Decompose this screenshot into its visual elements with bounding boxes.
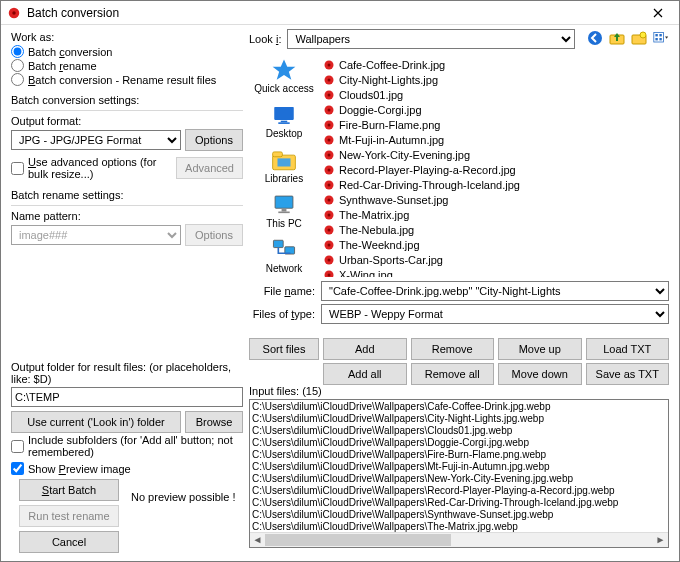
cancel-button[interactable]: Cancel	[19, 531, 119, 553]
include-subfolders-input[interactable]	[11, 440, 24, 453]
svg-point-45	[328, 213, 331, 216]
view-menu-icon[interactable]	[653, 30, 669, 48]
svg-point-39	[328, 168, 331, 171]
radio-batch-rename[interactable]: Batch rename	[11, 59, 243, 72]
file-item[interactable]: Cafe-Coffee-Drink.jpg	[323, 57, 665, 72]
input-file-path[interactable]: C:\Users\dilum\iCloudDrive\Wallpapers\Ne…	[252, 473, 666, 485]
use-advanced-checkbox-input[interactable]	[11, 162, 24, 175]
batch-rename-settings-label: Batch rename settings:	[11, 189, 243, 201]
file-item[interactable]: Synthwave-Sunset.jpg	[323, 192, 665, 207]
svg-rect-8	[659, 34, 661, 36]
work-as-label: Work as:	[11, 31, 243, 43]
file-item[interactable]: The-Nebula.jpg	[323, 222, 665, 237]
move-down-button[interactable]: Move down	[498, 363, 582, 385]
svg-point-53	[328, 273, 331, 276]
file-item[interactable]: X-Wing.jpg	[323, 267, 665, 277]
svg-marker-11	[273, 59, 296, 79]
file-item-label: Synthwave-Sunset.jpg	[339, 194, 448, 206]
scroll-left-arrow[interactable]: ◄	[250, 533, 265, 548]
run-test-rename-button: Run test rename	[19, 505, 119, 527]
svg-point-35	[328, 138, 331, 141]
load-txt-button[interactable]: Load TXT	[586, 338, 670, 360]
back-icon[interactable]	[587, 30, 603, 48]
radio-batch-both[interactable]: Batch conversion - Rename result files	[11, 73, 243, 86]
horizontal-scrollbar[interactable]: ◄ ►	[250, 532, 668, 547]
place-label: Quick access	[254, 83, 313, 94]
place-libraries[interactable]: Libraries	[249, 145, 319, 188]
remove-button[interactable]: Remove	[411, 338, 495, 360]
use-current-button[interactable]: Use current ('Look in') folder	[11, 411, 181, 433]
input-file-path[interactable]: C:\Users\dilum\iCloudDrive\Wallpapers\Do…	[252, 437, 666, 449]
svg-rect-12	[274, 107, 294, 120]
file-item[interactable]: Red-Car-Driving-Through-Iceland.jpg	[323, 177, 665, 192]
dialog: Batch conversion Work as: Batch conversi…	[0, 0, 680, 562]
scroll-thumb[interactable]	[265, 534, 451, 546]
place-network[interactable]: Network	[249, 235, 319, 278]
scroll-track[interactable]	[265, 533, 653, 547]
place-label: Network	[266, 263, 303, 274]
scroll-right-arrow[interactable]: ►	[653, 533, 668, 548]
add-all-button[interactable]: Add all	[323, 363, 407, 385]
list-buttons: Sort files Add Remove Move up Load TXT A…	[249, 335, 669, 388]
radio-batch-rename-input[interactable]	[11, 59, 24, 72]
file-item[interactable]: The-Matrix.jpg	[323, 207, 665, 222]
look-in-select[interactable]: Wallpapers	[287, 29, 575, 49]
input-files-list[interactable]: C:\Users\dilum\iCloudDrive\Wallpapers\Ca…	[249, 399, 669, 548]
place-desktop[interactable]: Desktop	[249, 100, 319, 143]
input-file-path[interactable]: C:\Users\dilum\iCloudDrive\Wallpapers\Cl…	[252, 425, 666, 437]
radio-batch-both-input[interactable]	[11, 73, 24, 86]
input-file-path[interactable]: C:\Users\dilum\iCloudDrive\Wallpapers\Re…	[252, 485, 666, 497]
up-icon[interactable]	[609, 30, 625, 48]
file-item[interactable]: The-Weeknd.jpg	[323, 237, 665, 252]
files-of-type-select[interactable]: WEBP - Weppy Format	[321, 304, 669, 324]
remove-all-button[interactable]: Remove all	[411, 363, 495, 385]
file-name-select[interactable]: "Cafe-Coffee-Drink.jpg.webp" "City-Night…	[321, 281, 669, 301]
show-preview-checkbox[interactable]: Show Preview image	[11, 462, 243, 475]
output-format-label: Output format:	[11, 115, 243, 127]
svg-point-25	[328, 63, 331, 66]
file-item[interactable]: Urban-Sports-Car.jpg	[323, 252, 665, 267]
input-file-path[interactable]: C:\Users\dilum\iCloudDrive\Wallpapers\Fi…	[252, 449, 666, 461]
file-item-label: The-Weeknd.jpg	[339, 239, 420, 251]
input-file-path[interactable]: C:\Users\dilum\iCloudDrive\Wallpapers\Re…	[252, 497, 666, 509]
file-item[interactable]: Record-Player-Playing-a-Record.jpg	[323, 162, 665, 177]
svg-rect-21	[278, 212, 289, 214]
file-item[interactable]: New-York-City-Evening.jpg	[323, 147, 665, 162]
file-item-label: City-Night-Lights.jpg	[339, 74, 438, 86]
place-this-pc[interactable]: This PC	[249, 190, 319, 233]
place-label: Desktop	[266, 128, 303, 139]
input-file-path[interactable]: C:\Users\dilum\iCloudDrive\Wallpapers\Ca…	[252, 401, 666, 413]
output-format-select[interactable]: JPG - JPG/JPEG Format	[11, 130, 181, 150]
new-folder-icon[interactable]	[631, 30, 647, 48]
browse-button[interactable]: Browse	[185, 411, 243, 433]
file-item[interactable]: Fire-Burn-Flame.png	[323, 117, 665, 132]
file-item-label: Record-Player-Playing-a-Record.jpg	[339, 164, 516, 176]
input-file-path[interactable]: C:\Users\dilum\iCloudDrive\Wallpapers\Ci…	[252, 413, 666, 425]
file-item[interactable]: City-Night-Lights.jpg	[323, 72, 665, 87]
file-item[interactable]: Doggie-Corgi.jpg	[323, 102, 665, 117]
close-button[interactable]	[643, 3, 673, 23]
save-txt-button[interactable]: Save as TXT	[586, 363, 670, 385]
include-subfolders-checkbox[interactable]: Include subfolders (for 'Add all' button…	[11, 434, 243, 458]
app-icon	[7, 6, 21, 20]
input-file-path[interactable]: C:\Users\dilum\iCloudDrive\Wallpapers\Sy…	[252, 509, 666, 521]
svg-rect-22	[273, 240, 283, 247]
use-advanced-checkbox[interactable]: Use advanced options (for bulk resize...…	[11, 156, 172, 180]
svg-rect-14	[278, 122, 289, 124]
start-batch-button[interactable]: Start Batch	[19, 479, 119, 501]
file-list[interactable]: Cafe-Coffee-Drink.jpgCity-Night-Lights.j…	[319, 55, 669, 277]
radio-batch-conversion[interactable]: Batch conversion	[11, 45, 243, 58]
file-item[interactable]: Mt-Fuji-in-Autumn.jpg	[323, 132, 665, 147]
options-button[interactable]: Options	[185, 129, 243, 151]
show-preview-label: Show Preview image	[28, 463, 131, 475]
radio-batch-conversion-input[interactable]	[11, 45, 24, 58]
add-button[interactable]: Add	[323, 338, 407, 360]
sort-files-button[interactable]: Sort files	[249, 338, 319, 360]
place-quick-access[interactable]: Quick access	[249, 55, 319, 98]
input-file-path[interactable]: C:\Users\dilum\iCloudDrive\Wallpapers\Mt…	[252, 461, 666, 473]
output-folder-input[interactable]	[11, 387, 243, 407]
move-up-button[interactable]: Move up	[498, 338, 582, 360]
advanced-button: Advanced	[176, 157, 243, 179]
show-preview-input[interactable]	[11, 462, 24, 475]
file-item[interactable]: Clouds01.jpg	[323, 87, 665, 102]
